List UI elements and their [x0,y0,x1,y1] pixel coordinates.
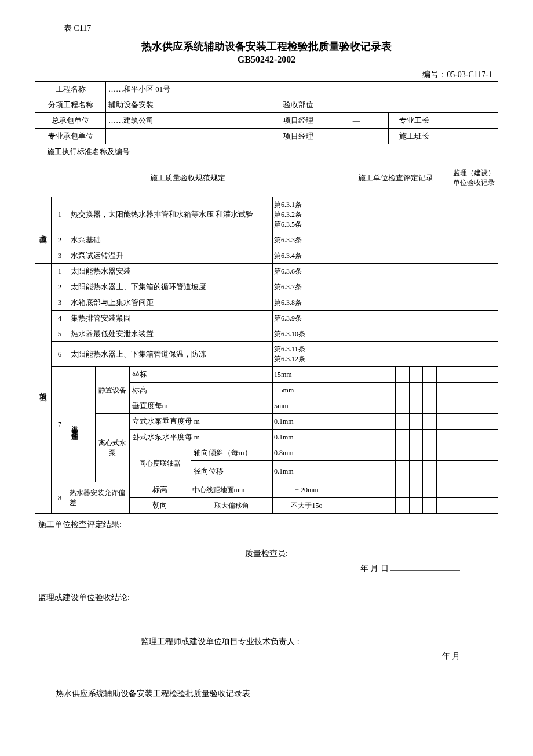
gi-7-static: 静置设备 [95,367,129,414]
document-number: 编号：05-03-C117-1 [35,70,498,80]
value-sub-contractor [106,129,273,144]
gi-7-r4-label: 卧式水泵水平度每 m [129,430,272,445]
mi-3-sup [450,248,498,264]
gi-7-coupler: 同心度联轴器 [129,445,191,482]
gi-7-r3-val: 0.1mm [273,414,341,430]
gi-7-r1-label: 标高 [129,383,272,398]
gi-8-r0-c1: 标高 [129,482,191,498]
mi-2-ref: 第6.3.3条 [273,232,341,248]
gi-2-ref: 第6.3.7条 [273,279,341,295]
header-table: 工程名称 ……和平小区 01号 分项工程名称 辅助设备安装 验收部位 总承包单位… [35,81,498,159]
gi-7-r2-label: 垂直度每m [129,398,272,414]
label-team-leader: 施工班长 [389,129,440,144]
body-table: 施工质量验收规范规定 施工单位检查评定记录 监理（建设）单位验收记录 主控项目 … [35,159,498,514]
col-spec: 施工质量验收规范规定 [35,159,341,197]
gi-7-r4-val: 0.1mm [273,430,341,445]
col-sup: 监理（建设）单位验收记录 [450,159,498,197]
value-accept-dept [324,97,498,113]
gi-4-no: 4 [52,311,68,326]
footer: 施工单位检查评定结果: 质量检查员: 年 月 日 监理或建设单位验收结论: 监理… [35,517,498,701]
gi-3-ref: 第6.3.8条 [273,295,341,311]
gi-6-desc: 太阳能热水器上、下集箱管道保温，防冻 [68,342,272,367]
gi-7-r1-val: ± 5mm [273,383,341,398]
gi-4-ref: 第6.3.9条 [273,311,341,326]
value-project-name: ……和平小区 01号 [106,82,498,97]
label-project-name: 工程名称 [35,82,106,97]
gi-7-c1-label: 径向位移 [191,461,272,482]
group-general: 般项目 [35,264,52,514]
gi-1-chk [341,264,450,279]
mi-1-sup [450,197,498,232]
repeat-title: 热水供应系统辅助设备安装工程检验批质量验收记录表 [56,686,495,701]
value-pm2 [324,129,389,144]
result-label: 施工单位检查评定结果: [38,517,495,532]
gi-8-group: 热水器安装允许偏差 [68,482,129,514]
gi-7-r0-val: 15mm [273,367,341,383]
gi-7-r0-label: 坐标 [129,367,272,383]
label-sub-project: 分项工程名称 [35,97,106,113]
gi-8-no: 8 [52,482,68,514]
mi-3-chk [341,248,450,264]
gi-8-r0-c2: 中心线距地面mm [191,482,272,498]
gi-1-ref: 第6.3.6条 [273,264,341,279]
mi-1-no: 1 [52,197,68,232]
label-main-contractor: 总承包单位 [35,113,106,129]
label-foreman: 专业工长 [389,113,440,129]
gi-7-no: 7 [52,367,68,482]
date1-line [390,570,460,571]
gi-7-group: 设备安装允许偏差 [68,367,95,482]
gi-8-r1-c2: 取大偏移角 [191,498,272,514]
gi-7-c0-label: 轴向倾斜（每m） [191,445,272,461]
sup-conclusion-label: 监理或建设单位验收结论: [38,590,495,605]
gi-7-c0-val: 0.8mm [273,445,341,461]
gi-5-desc: 热水器最低处安泄水装置 [68,326,272,342]
col-check: 施工单位检查评定记录 [341,159,450,197]
group-main: 主控项目 [35,197,52,264]
gi-3-no: 3 [52,295,68,311]
label-accept-dept: 验收部位 [273,97,324,113]
mi-1-desc: 热交换器，太阳能热水器排管和水箱等水压 和灌水试验 [68,197,272,232]
date2: 年 月 [38,649,495,663]
gi-1-desc: 太阳能热水器安装 [68,264,272,279]
inspector-label: 质量检查员: [38,546,495,561]
gi-2-desc: 太阳能热水器上、下集箱的循环管道坡度 [68,279,272,295]
mi-1-chk [341,197,450,232]
gi-1-sup [450,264,498,279]
gi-8-r1-val: 不大于15o [273,498,341,514]
gi-5-ref: 第6.3.10条 [273,326,341,342]
mi-1-ref: 第6.3.1条 第6.3.2条 第6.3.5条 [273,197,341,232]
gi-2-no: 2 [52,279,68,295]
gi-5-no: 5 [52,326,68,342]
mi-3-desc: 水泵试运转温升 [68,248,272,264]
gi-7-pump: 离心式水 泵 [95,414,129,482]
gi-7-r3-label: 立式水泵垂直度母 m [129,414,272,430]
page-title: 热水供应系统辅助设备安装工程检验批质量验收记录表 [35,39,498,53]
date1: 年 月 日 [360,564,389,573]
label-standard: 施工执行标准名称及编号 [35,144,498,160]
label-pm2: 项目经理 [273,129,324,144]
sup-sign-label: 监理工程师或建设单位项目专业技术负责人 : [38,634,495,649]
mi-3-ref: 第6.3.4条 [273,248,341,264]
value-sub-project: 辅助设备安装 [106,97,273,113]
gi-7-c1-val: 0.1mm [273,461,341,482]
gi-6-no: 6 [52,342,68,367]
label-pm: 项目经理 [273,113,324,129]
value-foreman [440,113,498,129]
page-subtitle: GB50242-2002 [35,54,498,65]
gi-7-r2-val: 5mm [273,398,341,414]
form-code: 表 C117 [64,23,498,34]
gi-8-r0-val: ± 20mm [273,482,341,498]
gi-3-desc: 水箱底部与上集水管间距 [68,295,272,311]
value-pm: — [324,113,389,129]
mi-3-no: 3 [52,248,68,264]
gi-4-desc: 集热排管安装紧固 [68,311,272,326]
gi-8-r1-c1: 朝向 [129,498,191,514]
value-team-leader [440,129,498,144]
gi-6-ref: 第6.3.11条 第6.3.12条 [273,342,341,367]
gi-1-no: 1 [52,264,68,279]
mi-2-desc: 水泵基础 [68,232,272,248]
mi-2-no: 2 [52,232,68,248]
mi-2-chk [341,232,450,248]
label-sub-contractor: 专业承包单位 [35,129,106,144]
value-main-contractor: ……建筑公司 [106,113,273,129]
